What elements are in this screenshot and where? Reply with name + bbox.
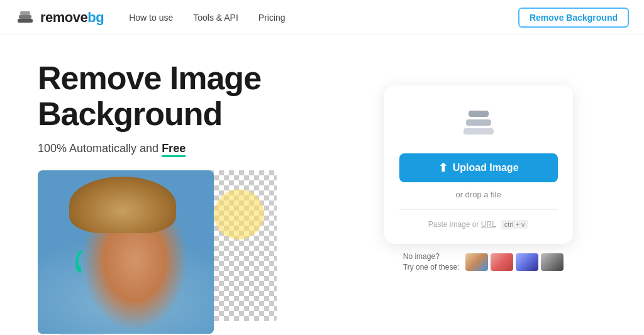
- keyboard-shortcut: ctrl + v: [501, 220, 529, 229]
- hero-subline: 100% Automatically and Free: [38, 142, 338, 155]
- hero-headline: Remove Image Background: [38, 60, 338, 132]
- hero-left: Remove Image Background 100% Automatical…: [38, 60, 350, 322]
- sample-thumb-3[interactable]: [516, 253, 538, 271]
- upload-image-button[interactable]: ⬆ Upload Image: [399, 153, 558, 182]
- upload-icon-area: [458, 106, 499, 141]
- sample-thumb-2[interactable]: [491, 253, 513, 271]
- nav-how-to-use[interactable]: How to use: [129, 13, 173, 23]
- navbar: removebg How to use Tools & API Pricing …: [0, 0, 644, 35]
- nav-links: How to use Tools & API Pricing: [129, 13, 518, 23]
- woman-photo: [38, 170, 214, 334]
- hero-free-text: Free: [162, 142, 186, 157]
- nav-pricing[interactable]: Pricing: [258, 13, 286, 23]
- svg-rect-2: [20, 11, 30, 15]
- logo-icon: [15, 8, 35, 28]
- svg-rect-1: [19, 15, 31, 19]
- nav-remove-background-button[interactable]: Remove Background: [518, 8, 629, 28]
- sample-thumb-4[interactable]: [541, 253, 564, 271]
- svg-rect-5: [469, 111, 489, 117]
- paste-url-link[interactable]: URL: [481, 220, 496, 229]
- svg-rect-3: [464, 128, 494, 135]
- upload-box: ⬆ Upload Image or drop a file Paste imag…: [384, 85, 573, 244]
- upload-button-label: Upload Image: [453, 162, 519, 173]
- sample-images-row: No image? Try one of these:: [393, 251, 564, 273]
- logo-text: removebg: [40, 9, 104, 26]
- sample-label: No image? Try one of these:: [403, 251, 460, 273]
- hero-right: ⬆ Upload Image or drop a file Paste imag…: [350, 60, 606, 322]
- layers-icon: [458, 106, 499, 138]
- sample-thumbs: [465, 253, 564, 271]
- paste-text: Paste image or: [428, 220, 479, 229]
- logo[interactable]: removebg: [15, 8, 104, 28]
- yellow-blob-decoration: [214, 189, 264, 239]
- or-drop-label: or drop a file: [455, 190, 501, 199]
- main-content: Remove Image Background 100% Automatical…: [0, 35, 644, 335]
- sample-thumb-1[interactable]: [465, 253, 488, 271]
- nav-tools-api[interactable]: Tools & API: [193, 13, 238, 23]
- divider: [399, 209, 558, 210]
- hero-image-area: ●●●●● ●●●●● ●●●●● ●●●●●: [38, 170, 277, 335]
- svg-rect-0: [18, 19, 33, 23]
- svg-rect-4: [466, 119, 491, 126]
- paste-row: Paste image or URL ctrl + v: [428, 220, 529, 229]
- upload-arrow-icon: ⬆: [438, 161, 448, 175]
